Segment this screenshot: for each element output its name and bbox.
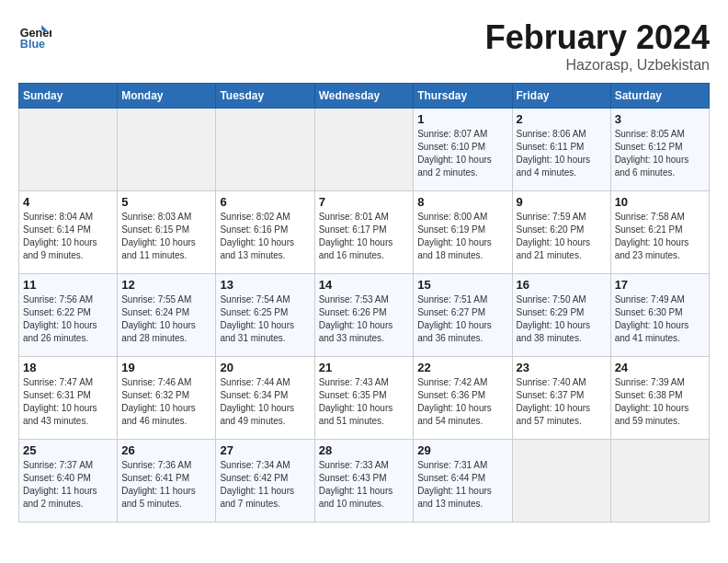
day-cell bbox=[19, 109, 118, 191]
day-cell: 11Sunrise: 7:56 AM Sunset: 6:22 PM Dayli… bbox=[19, 274, 118, 357]
day-cell: 17Sunrise: 7:49 AM Sunset: 6:30 PM Dayli… bbox=[610, 274, 709, 357]
day-cell: 5Sunrise: 8:03 AM Sunset: 6:15 PM Daylig… bbox=[118, 191, 216, 274]
day-cell: 3Sunrise: 8:05 AM Sunset: 6:12 PM Daylig… bbox=[610, 109, 709, 191]
day-cell: 29Sunrise: 7:31 AM Sunset: 6:44 PM Dayli… bbox=[414, 440, 512, 523]
day-info: Sunrise: 8:02 AM Sunset: 6:16 PM Dayligh… bbox=[220, 211, 310, 262]
column-header-row: SundayMondayTuesdayWednesdayThursdayFrid… bbox=[19, 84, 710, 109]
day-number: 11 bbox=[23, 278, 113, 292]
day-info: Sunrise: 7:33 AM Sunset: 6:43 PM Dayligh… bbox=[319, 459, 410, 511]
day-cell bbox=[216, 109, 314, 191]
day-cell: 10Sunrise: 7:58 AM Sunset: 6:21 PM Dayli… bbox=[610, 191, 709, 274]
day-cell: 13Sunrise: 7:54 AM Sunset: 6:25 PM Dayli… bbox=[216, 274, 314, 357]
day-number: 14 bbox=[319, 278, 410, 292]
day-cell: 6Sunrise: 8:02 AM Sunset: 6:16 PM Daylig… bbox=[216, 191, 314, 274]
day-info: Sunrise: 7:56 AM Sunset: 6:22 PM Dayligh… bbox=[23, 293, 113, 345]
day-number: 3 bbox=[615, 112, 705, 126]
logo-icon: General Blue bbox=[18, 18, 51, 52]
day-cell: 16Sunrise: 7:50 AM Sunset: 6:29 PM Dayli… bbox=[512, 274, 610, 357]
day-info: Sunrise: 7:47 AM Sunset: 6:31 PM Dayligh… bbox=[23, 376, 113, 428]
day-cell bbox=[118, 109, 216, 191]
title-area: February 2024 Hazorasp, Uzbekistan bbox=[485, 18, 710, 74]
day-number: 15 bbox=[417, 278, 507, 292]
day-info: Sunrise: 7:58 AM Sunset: 6:21 PM Dayligh… bbox=[615, 211, 705, 262]
day-number: 22 bbox=[417, 361, 507, 374]
day-info: Sunrise: 8:03 AM Sunset: 6:15 PM Dayligh… bbox=[121, 211, 211, 262]
day-cell: 8Sunrise: 8:00 AM Sunset: 6:19 PM Daylig… bbox=[414, 191, 512, 274]
day-cell: 12Sunrise: 7:55 AM Sunset: 6:24 PM Dayli… bbox=[118, 274, 216, 357]
day-info: Sunrise: 7:59 AM Sunset: 6:20 PM Dayligh… bbox=[517, 211, 607, 262]
day-number: 10 bbox=[615, 195, 705, 209]
day-info: Sunrise: 8:00 AM Sunset: 6:19 PM Dayligh… bbox=[417, 211, 507, 262]
calendar-table: SundayMondayTuesdayWednesdayThursdayFrid… bbox=[18, 83, 710, 523]
day-number: 17 bbox=[615, 278, 705, 292]
day-number: 25 bbox=[23, 443, 113, 457]
day-info: Sunrise: 7:31 AM Sunset: 6:44 PM Dayligh… bbox=[417, 459, 507, 511]
day-cell: 2Sunrise: 8:06 AM Sunset: 6:11 PM Daylig… bbox=[512, 109, 610, 191]
day-number: 12 bbox=[121, 278, 211, 292]
day-number: 6 bbox=[220, 195, 310, 209]
day-info: Sunrise: 8:04 AM Sunset: 6:14 PM Dayligh… bbox=[23, 211, 113, 262]
col-header-saturday: Saturday bbox=[610, 84, 709, 109]
day-info: Sunrise: 8:06 AM Sunset: 6:11 PM Dayligh… bbox=[517, 128, 607, 179]
col-header-thursday: Thursday bbox=[414, 84, 512, 109]
day-number: 2 bbox=[517, 112, 607, 126]
day-cell: 23Sunrise: 7:40 AM Sunset: 6:37 PM Dayli… bbox=[512, 357, 610, 440]
day-cell bbox=[610, 440, 709, 523]
day-cell: 24Sunrise: 7:39 AM Sunset: 6:38 PM Dayli… bbox=[610, 357, 709, 440]
day-cell: 22Sunrise: 7:42 AM Sunset: 6:36 PM Dayli… bbox=[414, 357, 512, 440]
col-header-friday: Friday bbox=[512, 84, 610, 109]
day-cell: 27Sunrise: 7:34 AM Sunset: 6:42 PM Dayli… bbox=[216, 440, 314, 523]
day-cell: 25Sunrise: 7:37 AM Sunset: 6:40 PM Dayli… bbox=[19, 440, 118, 523]
day-info: Sunrise: 7:36 AM Sunset: 6:41 PM Dayligh… bbox=[121, 459, 211, 511]
day-info: Sunrise: 7:43 AM Sunset: 6:35 PM Dayligh… bbox=[319, 376, 410, 428]
day-info: Sunrise: 7:53 AM Sunset: 6:26 PM Dayligh… bbox=[319, 293, 410, 345]
col-header-monday: Monday bbox=[118, 84, 216, 109]
day-cell: 18Sunrise: 7:47 AM Sunset: 6:31 PM Dayli… bbox=[19, 357, 118, 440]
page-header: General Blue February 2024 Hazorasp, Uzb… bbox=[18, 18, 710, 74]
day-cell: 15Sunrise: 7:51 AM Sunset: 6:27 PM Dayli… bbox=[414, 274, 512, 357]
day-info: Sunrise: 7:50 AM Sunset: 6:29 PM Dayligh… bbox=[517, 293, 607, 345]
day-info: Sunrise: 7:51 AM Sunset: 6:27 PM Dayligh… bbox=[417, 293, 507, 345]
day-number: 4 bbox=[23, 195, 113, 209]
month-title: February 2024 bbox=[485, 18, 710, 57]
day-number: 13 bbox=[220, 278, 310, 292]
day-info: Sunrise: 7:55 AM Sunset: 6:24 PM Dayligh… bbox=[121, 293, 211, 345]
day-number: 18 bbox=[23, 361, 113, 374]
logo: General Blue bbox=[18, 18, 51, 52]
day-number: 21 bbox=[319, 361, 410, 374]
day-info: Sunrise: 7:46 AM Sunset: 6:32 PM Dayligh… bbox=[121, 376, 211, 428]
day-number: 16 bbox=[517, 278, 607, 292]
day-cell: 14Sunrise: 7:53 AM Sunset: 6:26 PM Dayli… bbox=[314, 274, 414, 357]
day-number: 1 bbox=[417, 112, 507, 126]
day-info: Sunrise: 8:07 AM Sunset: 6:10 PM Dayligh… bbox=[417, 128, 507, 179]
day-info: Sunrise: 7:39 AM Sunset: 6:38 PM Dayligh… bbox=[615, 376, 705, 428]
day-info: Sunrise: 7:34 AM Sunset: 6:42 PM Dayligh… bbox=[220, 459, 310, 511]
day-number: 29 bbox=[417, 443, 507, 457]
day-number: 28 bbox=[319, 443, 410, 457]
day-info: Sunrise: 7:44 AM Sunset: 6:34 PM Dayligh… bbox=[220, 376, 310, 428]
day-info: Sunrise: 7:37 AM Sunset: 6:40 PM Dayligh… bbox=[23, 459, 113, 511]
day-number: 20 bbox=[220, 361, 310, 374]
day-cell bbox=[512, 440, 610, 523]
col-header-tuesday: Tuesday bbox=[216, 84, 314, 109]
day-number: 8 bbox=[417, 195, 507, 209]
day-cell: 1Sunrise: 8:07 AM Sunset: 6:10 PM Daylig… bbox=[414, 109, 512, 191]
day-number: 24 bbox=[615, 361, 705, 374]
day-cell: 20Sunrise: 7:44 AM Sunset: 6:34 PM Dayli… bbox=[216, 357, 314, 440]
svg-text:Blue: Blue bbox=[20, 38, 45, 51]
week-row-2: 4Sunrise: 8:04 AM Sunset: 6:14 PM Daylig… bbox=[19, 191, 710, 274]
day-info: Sunrise: 7:42 AM Sunset: 6:36 PM Dayligh… bbox=[417, 376, 507, 428]
day-number: 23 bbox=[517, 361, 607, 374]
day-number: 7 bbox=[319, 195, 410, 209]
day-cell: 26Sunrise: 7:36 AM Sunset: 6:41 PM Dayli… bbox=[118, 440, 216, 523]
day-cell: 9Sunrise: 7:59 AM Sunset: 6:20 PM Daylig… bbox=[512, 191, 610, 274]
day-number: 26 bbox=[121, 443, 211, 457]
week-row-3: 11Sunrise: 7:56 AM Sunset: 6:22 PM Dayli… bbox=[19, 274, 710, 357]
day-number: 9 bbox=[517, 195, 607, 209]
day-cell: 21Sunrise: 7:43 AM Sunset: 6:35 PM Dayli… bbox=[314, 357, 414, 440]
day-cell: 28Sunrise: 7:33 AM Sunset: 6:43 PM Dayli… bbox=[314, 440, 414, 523]
day-cell: 19Sunrise: 7:46 AM Sunset: 6:32 PM Dayli… bbox=[118, 357, 216, 440]
day-info: Sunrise: 8:05 AM Sunset: 6:12 PM Dayligh… bbox=[615, 128, 705, 179]
week-row-5: 25Sunrise: 7:37 AM Sunset: 6:40 PM Dayli… bbox=[19, 440, 710, 523]
day-info: Sunrise: 8:01 AM Sunset: 6:17 PM Dayligh… bbox=[319, 211, 410, 262]
